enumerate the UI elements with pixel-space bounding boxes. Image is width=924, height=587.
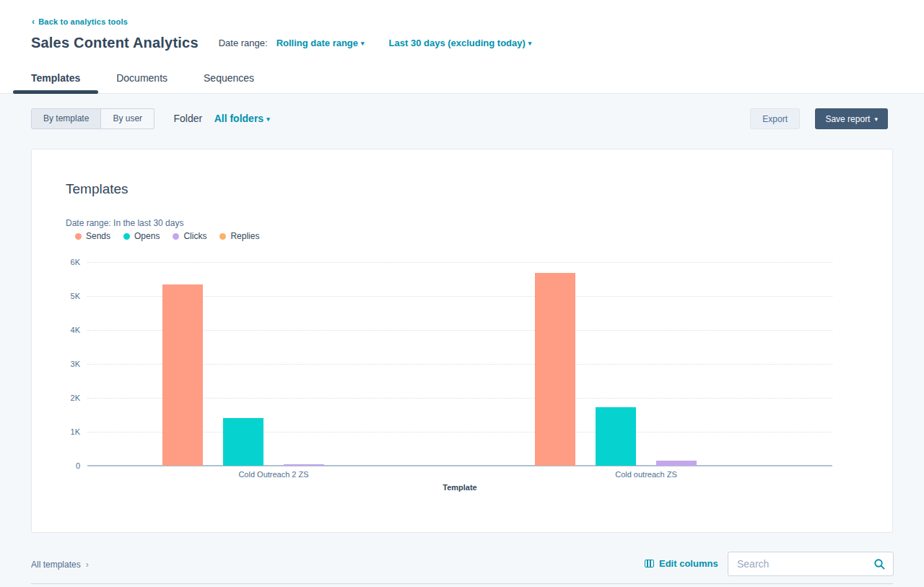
bar-sends-1[interactable]: [162, 284, 203, 466]
date-range-value-dropdown[interactable]: Last 30 days (excluding today)▾: [389, 38, 532, 48]
export-button[interactable]: Export: [750, 108, 800, 129]
search-box: [728, 552, 894, 576]
back-chevron-icon: ‹: [32, 17, 35, 27]
main-tabs: Templates Documents Sequences: [13, 69, 272, 94]
y-tick-label: 4K: [51, 326, 80, 334]
legend-label: Sends: [86, 231, 110, 241]
date-range-type-dropdown[interactable]: Rolling date range▾: [276, 38, 365, 48]
breadcrumb[interactable]: All templates›: [31, 560, 89, 570]
date-range-label: Date range:: [219, 38, 268, 48]
y-tick-label: 6K: [51, 258, 80, 266]
templates-report-card: Templates Date range: In the last 30 day…: [31, 149, 893, 533]
bar-opens-1[interactable]: [223, 418, 263, 466]
legend-dot-icon: [123, 233, 130, 240]
edit-columns-button[interactable]: Edit columns: [645, 558, 718, 569]
y-tick-label: 1K: [51, 427, 80, 436]
view-toggle-group: By template By user: [31, 108, 154, 129]
legend-label: Opens: [134, 231, 160, 241]
table-columns-icon: [645, 560, 654, 568]
edit-columns-label: Edit columns: [659, 558, 718, 569]
folder-dropdown[interactable]: All folders▾: [214, 108, 270, 130]
chevron-down-icon: ▾: [874, 116, 878, 123]
breadcrumb-label: All templates: [31, 560, 81, 570]
y-tick-label: 3K: [51, 360, 80, 368]
legend-item-sends[interactable]: Sends: [75, 231, 110, 241]
controls-bar: By template By user Folder All folders▾ …: [31, 108, 893, 130]
chevron-down-icon: ▾: [361, 40, 365, 47]
by-user-toggle[interactable]: By user: [101, 108, 154, 129]
y-tick-label: 0: [51, 461, 80, 470]
chart-legend: SendsOpensClicksReplies: [75, 231, 272, 241]
search-input[interactable]: [737, 552, 867, 575]
folder-label: Folder: [174, 108, 203, 129]
chevron-right-icon: ›: [86, 560, 89, 570]
bar-sends-2[interactable]: [535, 273, 575, 466]
gridline: [87, 262, 832, 263]
bar-opens-2[interactable]: [596, 407, 636, 466]
page-title: Sales Content Analytics: [31, 35, 199, 51]
chevron-down-icon: ▾: [266, 116, 270, 123]
chart-subtitle: Date range: In the last 30 days: [66, 218, 183, 228]
chevron-down-icon: ▾: [528, 40, 532, 47]
bar-clicks-1[interactable]: [284, 464, 324, 466]
x-axis-title: Template: [87, 483, 832, 492]
chart-plot: Template 6K5K4K3K2K1K0Cold Outreach 2 ZS…: [87, 262, 832, 466]
chart-title: Templates: [66, 181, 128, 197]
legend-label: Replies: [230, 231, 259, 241]
by-template-toggle[interactable]: By template: [31, 108, 101, 129]
save-report-button[interactable]: Save report▾: [815, 108, 888, 129]
legend-label: Clicks: [183, 231, 206, 241]
y-tick-label: 5K: [51, 292, 80, 300]
search-icon[interactable]: [873, 558, 886, 573]
bar-clicks-2[interactable]: [656, 461, 697, 466]
table-top-divider: [31, 583, 893, 584]
legend-item-opens[interactable]: Opens: [123, 231, 160, 241]
legend-item-clicks[interactable]: Clicks: [173, 231, 206, 241]
legend-dot-icon: [173, 233, 179, 240]
back-to-analytics-link[interactable]: ‹Back to analytics tools: [32, 17, 128, 27]
legend-dot-icon: [75, 233, 82, 240]
x-tick-label: Cold outreach ZS: [567, 470, 725, 479]
legend-dot-icon: [219, 233, 226, 240]
page-header: ‹Back to analytics tools Sales Content A…: [0, 0, 924, 94]
back-link-label: Back to analytics tools: [38, 17, 128, 26]
tab-documents[interactable]: Documents: [98, 69, 186, 94]
legend-item-replies[interactable]: Replies: [219, 231, 259, 241]
x-tick-label: Cold Outreach 2 ZS: [194, 470, 353, 479]
tab-sequences[interactable]: Sequences: [186, 69, 272, 94]
tab-templates[interactable]: Templates: [13, 69, 98, 94]
y-tick-label: 2K: [51, 393, 80, 402]
table-toolbar: All templates› Edit columns: [0, 549, 924, 587]
